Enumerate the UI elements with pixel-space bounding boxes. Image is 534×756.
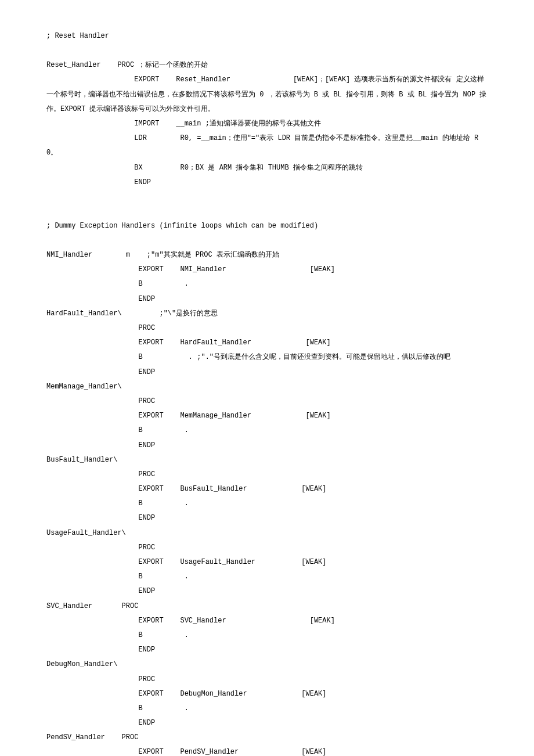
code-line: B . bbox=[46, 628, 488, 643]
code-line: EXPORT NMI_Handler [WEAK] bbox=[46, 262, 488, 277]
code-line: ENDP bbox=[46, 292, 488, 307]
code-line: UsageFault_Handler\ bbox=[46, 526, 488, 541]
code-line: ENDP bbox=[46, 175, 488, 190]
code-line: DebugMon_Handler\ bbox=[46, 657, 488, 672]
code-line: ENDP bbox=[46, 643, 488, 657]
code-line: ENDP bbox=[46, 438, 488, 453]
code-line: HardFault_Handler\ ;"\"是换行的意思 bbox=[46, 307, 488, 321]
code-line: ENDP bbox=[46, 511, 488, 525]
code-line: PROC bbox=[46, 467, 488, 482]
blank-line bbox=[46, 233, 488, 248]
code-line: EXPORT HardFault_Handler [WEAK] bbox=[46, 336, 488, 350]
code-line: SVC_Handler PROC bbox=[46, 599, 488, 614]
code-line: EXPORT PendSV_Handler [WEAK] bbox=[46, 745, 488, 756]
code-line: EXPORT Reset_Handler [WEAK]；[WEAK] 选项表示当… bbox=[46, 73, 488, 117]
code-line: BusFault_Handler\ bbox=[46, 453, 488, 467]
code-line: NMI_Handler m ;"m"其实就是 PROC 表示汇编函数的开始 bbox=[46, 248, 488, 262]
code-line: BX R0；BX 是 ARM 指令集和 THUMB 指令集之间程序的跳转 bbox=[46, 161, 488, 175]
code-line: PROC bbox=[46, 394, 488, 409]
code-line: PROC bbox=[46, 321, 488, 336]
code-line: B . bbox=[46, 496, 488, 511]
code-line: PROC bbox=[46, 541, 488, 555]
blank-line bbox=[46, 44, 488, 58]
code-line: ENDP bbox=[46, 365, 488, 380]
code-line: B . ;"."号到底是什么含义呢，目前还没查到资料。可能是保留地址，供以后修改… bbox=[46, 350, 488, 365]
code-line: B . bbox=[46, 570, 488, 584]
code-line: MemManage_Handler\ bbox=[46, 380, 488, 394]
code-line: B . bbox=[46, 701, 488, 716]
document-body: ; Reset HandlerReset_Handler PROC ；标记一个函… bbox=[46, 29, 488, 756]
code-line: ; Reset Handler bbox=[46, 29, 488, 44]
code-line: EXPORT UsageFault_Handler [WEAK] bbox=[46, 555, 488, 570]
code-line: EXPORT SVC_Handler [WEAK] bbox=[46, 614, 488, 628]
code-line: LDR R0, =__main；使用"="表示 LDR 目前是伪指令不是标准指令… bbox=[46, 131, 488, 160]
code-line: IMPORT __main ;通知编译器要使用的标号在其他文件 bbox=[46, 117, 488, 131]
blank-line bbox=[46, 190, 488, 219]
code-line: B . bbox=[46, 423, 488, 438]
code-line: EXPORT DebugMon_Handler [WEAK] bbox=[46, 687, 488, 701]
code-line: PendSV_Handler PROC bbox=[46, 730, 488, 745]
code-line: PROC bbox=[46, 672, 488, 687]
code-line: ENDP bbox=[46, 716, 488, 730]
code-line: ; Dummy Exception Handlers (infinite loo… bbox=[46, 219, 488, 233]
code-line: ENDP bbox=[46, 584, 488, 599]
code-line: EXPORT MemManage_Handler [WEAK] bbox=[46, 409, 488, 423]
code-line: Reset_Handler PROC ；标记一个函数的开始 bbox=[46, 58, 488, 73]
code-line: EXPORT BusFault_Handler [WEAK] bbox=[46, 482, 488, 496]
code-line: B . bbox=[46, 277, 488, 291]
